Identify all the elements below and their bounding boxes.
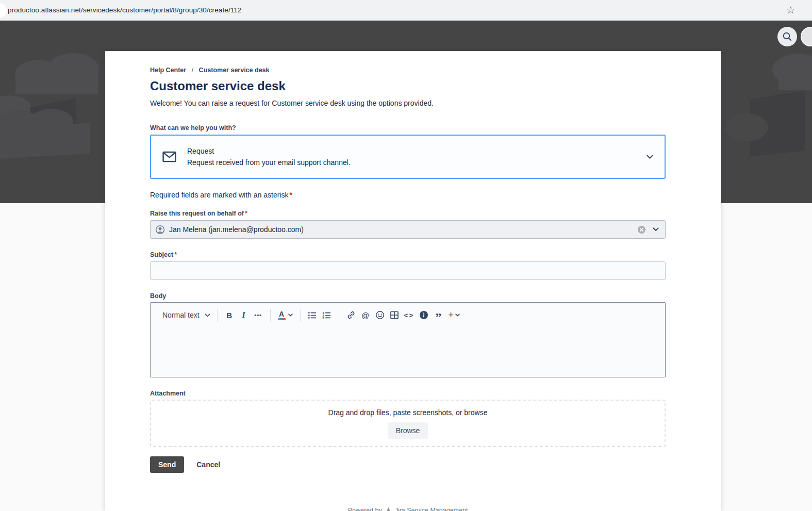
breadcrumb-help-center[interactable]: Help Center (150, 67, 186, 74)
cancel-button[interactable]: Cancel (196, 460, 220, 469)
bullet-list-button[interactable] (305, 308, 320, 322)
clear-icon[interactable] (637, 225, 646, 234)
attachment-dropzone[interactable]: Drag and drop files, paste screenshots, … (150, 400, 666, 447)
body-editor: Normal text B I ••• A (150, 302, 666, 377)
subject-input[interactable] (150, 261, 666, 280)
link-icon (346, 310, 356, 320)
toolbar-divider (217, 309, 218, 322)
svg-text:3: 3 (323, 317, 324, 320)
code-button[interactable]: <> (402, 308, 417, 322)
search-icon (782, 31, 792, 42)
breadcrumb: Help Center / Customer service desk (150, 66, 666, 74)
text-color-icon: A (278, 310, 286, 320)
subject-label: Subject* (150, 251, 666, 259)
insert-more-button[interactable]: + (445, 308, 462, 322)
request-type-title: Request (187, 146, 351, 156)
request-type-selected: Request Request received from your email… (187, 146, 351, 167)
screen: productoo.atlassian.net/servicedesk/cust… (0, 0, 812, 511)
body-text-area[interactable] (151, 322, 665, 377)
search-button[interactable] (777, 27, 797, 46)
send-button[interactable]: Send (150, 456, 184, 473)
page-title: Customer service desk (150, 78, 666, 94)
request-form-card: Help Center / Customer service desk Cust… (105, 51, 721, 511)
more-formatting-button[interactable]: ••• (251, 308, 266, 322)
toolbar-divider (270, 309, 271, 322)
breadcrumb-portal[interactable]: Customer service desk (199, 67, 270, 74)
user-avatar-icon (155, 225, 165, 235)
quote-button[interactable]: ” (431, 310, 445, 324)
required-asterisk: * (245, 210, 247, 217)
emoji-button[interactable] (373, 308, 387, 322)
powered-by-text: Powered by (348, 507, 382, 511)
product-name: Jira Service Management (395, 507, 468, 511)
body-label: Body (150, 292, 666, 300)
bold-button[interactable]: B (222, 308, 237, 322)
chevron-down-icon (647, 155, 653, 159)
browser-url-bar[interactable]: productoo.atlassian.net/servicedesk/cust… (0, 0, 812, 21)
emoji-icon (375, 310, 385, 320)
browse-button[interactable]: Browse (388, 422, 428, 439)
required-asterisk: * (289, 191, 292, 199)
behalf-select[interactable]: Jan Melena (jan.melena@productoo.com) (150, 220, 666, 239)
breadcrumb-separator: / (192, 67, 193, 74)
url-text[interactable]: productoo.atlassian.net/servicedesk/cust… (8, 6, 242, 14)
bookmark-star-icon[interactable]: ☆ (786, 4, 795, 16)
ordered-list-icon: 123 (322, 311, 331, 320)
table-button[interactable] (387, 308, 402, 322)
attachment-hint: Drag and drop files, paste screenshots, … (328, 408, 488, 417)
behalf-value: Jan Melena (jan.melena@productoo.com) (169, 225, 304, 234)
required-asterisk: * (174, 251, 177, 258)
info-panel-button[interactable] (417, 308, 431, 322)
text-style-dropdown[interactable]: Normal text (160, 311, 212, 319)
request-type-label: What can we help you with? (150, 124, 666, 132)
behalf-label: Raise this request on behalf of* (150, 209, 666, 218)
request-type-description: Request received from your email support… (187, 158, 351, 167)
italic-button[interactable]: I (237, 308, 251, 322)
bullet-list-icon (308, 311, 317, 320)
page-intro: Welcome! You can raise a request for Cus… (150, 98, 666, 108)
form-actions: Send Cancel (150, 456, 666, 473)
request-type-dropdown[interactable]: Request Request received from your email… (150, 135, 666, 179)
ordered-list-button[interactable]: 123 (320, 308, 334, 322)
jira-logo-icon (385, 507, 392, 511)
mention-button[interactable]: @ (358, 308, 373, 322)
toolbar-divider (300, 309, 301, 322)
editor-toolbar: Normal text B I ••• A (151, 303, 665, 322)
text-color-button[interactable]: A (275, 308, 295, 322)
chevron-down-icon[interactable] (653, 227, 659, 232)
chevron-down-icon (205, 314, 210, 317)
info-icon (419, 310, 428, 320)
powered-by-footer[interactable]: Powered by Jira Service Management (150, 507, 666, 511)
required-fields-note: Required fields are marked with an aster… (150, 190, 666, 200)
table-icon (390, 310, 399, 320)
email-envelope-icon (162, 151, 176, 162)
chevron-down-icon (288, 314, 293, 317)
attachment-label: Attachment (150, 389, 666, 398)
link-button[interactable] (344, 308, 358, 322)
chevron-down-icon (455, 314, 460, 317)
toolbar-divider (339, 309, 339, 322)
browser-control-circle (0, 3, 7, 18)
